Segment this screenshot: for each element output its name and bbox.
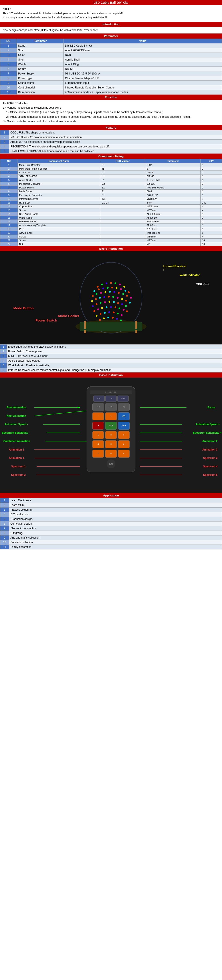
label-spectrum-4: Spectrum 4 — [203, 465, 217, 468]
remote-btn-3[interactable]: 3 — [118, 431, 129, 439]
remote-btn-6[interactable]: 6 — [118, 440, 129, 448]
annot-mode-button: Mode Button — [13, 306, 34, 310]
label-animation-speed-plus: Animation Speed + — [196, 423, 220, 426]
table-row: 20ScrewM3*5mm4 — [0, 235, 222, 239]
table-row: 13ScrewM3*5mm4 — [0, 208, 222, 212]
remote-btn-next[interactable]: >>| — [105, 403, 117, 411]
component-header: Component listing — [0, 154, 222, 159]
table-row: 14USB Audio CableAbout 45mm1 — [0, 212, 222, 216]
func-line-4: 2). Music spectrum mode:The spectral mod… — [3, 115, 219, 119]
table-row: 1Metal Film ResistorR1100K1 — [0, 163, 222, 167]
table-row: 19Acrylic ShellTransparent6 — [0, 231, 222, 235]
table-row: 10Infrared ReceiverIR1VS1838V1 — [0, 197, 222, 200]
remote-btn-minus[interactable]: - — [93, 412, 104, 420]
table-row: 5Audio SocketP13.5mm SMD1 — [0, 178, 222, 182]
remote-btn-2[interactable]: 2 — [105, 431, 117, 439]
list-item: 8Gift giving. — [0, 531, 222, 535]
introduction-header: Introduction — [0, 22, 222, 27]
table-row: 8Power TypeCharger/Power Adapter/USB — [0, 76, 222, 81]
remote-btn-9[interactable]: 9 — [118, 450, 129, 458]
remote-btn-ch-plus[interactable]: CH+ — [117, 396, 129, 402]
basic-instruction-1-header: Basic instruction — [0, 246, 222, 251]
remote-section: CHANNEL CH- CH CH+ |<< >>| >|| - + EQ — [0, 378, 222, 493]
list-item: 11Family decoration. — [0, 544, 222, 549]
table-row: 5CRAFT COLLECTION: All handmade works of… — [0, 149, 222, 153]
table-row: 12Copper PillarM3*12mm4 — [0, 204, 222, 208]
ntoe-line-2: It is strongly recommended to browse the… — [3, 16, 107, 19]
remote-btn-ch-minus[interactable]: CH- — [93, 396, 105, 402]
page-title: LED Cubic Ball DIY Kits — [0, 0, 222, 5]
comp-col-pcb: PCB Marker — [100, 159, 145, 163]
list-item: 6Infrared Receiver:Receive remote contro… — [0, 368, 222, 372]
table-row: 18PCB70*70mm1 — [0, 227, 222, 231]
annot-infrared-receiver: Infrared Receiver ↓ — [163, 264, 187, 271]
feature-table: 1COOL FUN: The shape of innovation;2MAGI… — [0, 130, 222, 154]
remote-btn-eq[interactable]: EQ — [118, 412, 129, 420]
remote-btn-prev[interactable]: |<< — [93, 403, 104, 411]
remote-btn-7[interactable]: 7 — [93, 450, 104, 458]
list-item: 3MINI USB:Power and Audio input; — [0, 354, 222, 358]
remote-btn-0[interactable]: 0 — [93, 422, 104, 430]
remote-btn-200[interactable]: 200+ — [118, 422, 129, 430]
remote-btn-4[interactable]: 4 — [93, 440, 104, 448]
table-row: 7Power SupplyMini USB DC4.5-5.5V 100mA — [0, 71, 222, 76]
list-item: 4Audio Socket:Audio output; — [0, 358, 222, 363]
table-row: 6NatureDIY Kit — [0, 67, 222, 71]
remote-btn-8[interactable]: 8 — [105, 450, 117, 458]
table-row: 4ShellAcrylic Shell — [0, 57, 222, 62]
component-table: NO Component Name PCB Marker Parameter Q… — [0, 159, 222, 246]
annot-work-indicator: Work Indicator — [180, 274, 200, 277]
table-row: 11RGB LEDD1-D43mm132 — [0, 200, 222, 204]
function-header: Function — [0, 95, 222, 100]
table-row: 3ColorRGB — [0, 52, 222, 57]
parameter-header: Parameter — [0, 33, 222, 38]
parameter-table: NO Parameter Value 1NameDIY LED Cubic Ba… — [0, 38, 222, 95]
table-row: 1NameDIY LED Cubic Ball Kit — [0, 43, 222, 48]
table-row: 4STM15F2K6052U1DIP-401 — [0, 174, 222, 178]
remote-btn-1[interactable]: 1 — [93, 431, 104, 439]
param-col-param: Parameter — [17, 38, 64, 43]
remote-label: CHANNEL — [90, 390, 132, 394]
table-row: 9Electrolytic CapacitorC1220uf 16V1 — [0, 193, 222, 197]
remote-row-4: 1 2 3 — [90, 431, 132, 439]
label-animation-speed-minus: Animation Speed - — [5, 423, 28, 426]
remote-btn-plus[interactable]: + — [105, 412, 117, 420]
label-combined-animation: Combined Animation — [3, 440, 30, 443]
list-item: 2Power Switch: Control power; — [0, 349, 222, 354]
remote-channel-row: CH- CH CH+ — [90, 396, 132, 402]
remote-btn-100[interactable]: 100+ — [105, 422, 117, 430]
remote-btn-ch[interactable]: CH — [105, 396, 117, 402]
list-item: 3Practice soldering. — [0, 507, 222, 512]
table-row: 17Acrylic Welding Template82*82mm1 — [0, 223, 222, 227]
table-row: 22NutM216 — [0, 242, 222, 246]
ball-annotations: Infrared Receiver ↓ Work Indicator MINI … — [0, 251, 222, 344]
table-row: 15White CableAbout 1M1 — [0, 216, 222, 220]
introduction-text: New design concept, cool effect,Differen… — [0, 27, 222, 33]
table-row: 11Basic function>30 animation modes; >6 … — [0, 90, 222, 94]
table-row: 3ABILITY: A full set of spare parts to d… — [0, 140, 222, 144]
remote-row-5: 4 5 6 — [90, 440, 132, 448]
list-item: 2Learn MCU. — [0, 503, 222, 507]
list-item: 7Electronic competition. — [0, 526, 222, 531]
function-text: 1>. 8*16 LED display 2>. Various modes c… — [0, 100, 222, 125]
func-line-3: 1). Offline animation models (up to a do… — [3, 110, 219, 115]
table-row: 10Control modelInfrared Remote Control o… — [0, 85, 222, 90]
remote-btn-5[interactable]: 5 — [105, 440, 117, 448]
table-row: 8Mode ButtonS2Black1 — [0, 189, 222, 193]
note-section: NTOE: This DIY installation is more diff… — [0, 5, 222, 22]
remote-btn-pause[interactable]: >|| — [118, 403, 129, 411]
table-row: 5WeightAbout 130g — [0, 62, 222, 67]
annot-mini-usb: MINI USB — [196, 282, 209, 286]
table-row: 21ScrewM2*8mm16 — [0, 239, 222, 242]
application-header: Application — [0, 493, 222, 498]
label-pause: Pause — [208, 406, 216, 409]
remote-row-2: - + EQ — [90, 412, 132, 420]
table-row: 16Remote Control85*40*6mm1 — [0, 220, 222, 223]
annot-power-switch: Power Switch — [35, 318, 57, 322]
comp-col-name: Component Name — [18, 159, 101, 163]
comp-col-no: NO — [0, 159, 18, 163]
led-ball-image: Infrared Receiver ↓ Work Indicator MINI … — [0, 251, 222, 344]
func-line-2: 2>. Various modes can be switched as you… — [3, 105, 219, 110]
list-item: 6Curriculum design. — [0, 521, 222, 526]
table-row: 3IC SocketU1DIP-401 — [0, 170, 222, 174]
